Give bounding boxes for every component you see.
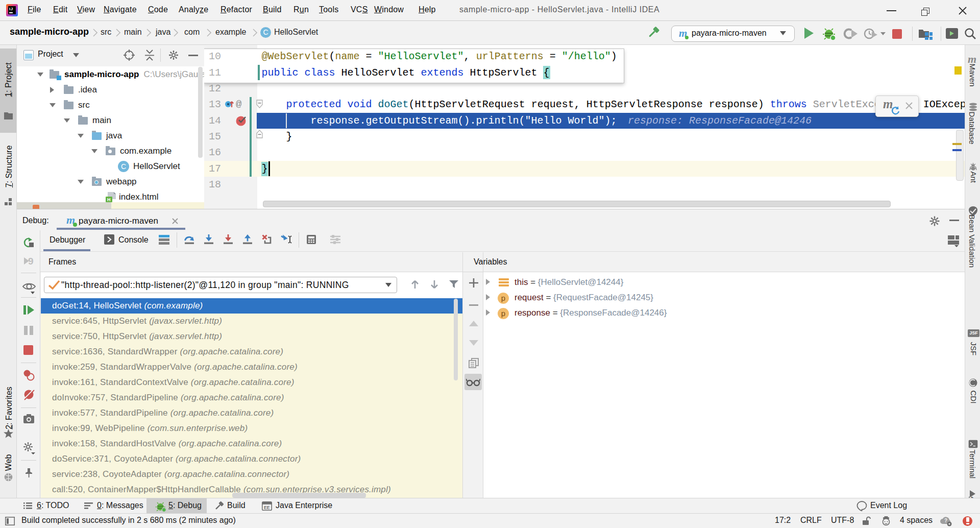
svg-text:?: ? — [944, 518, 947, 523]
svg-text:9: 9 — [28, 256, 34, 267]
svg-text:H: H — [107, 197, 111, 202]
svg-text:EE: EE — [264, 505, 270, 510]
